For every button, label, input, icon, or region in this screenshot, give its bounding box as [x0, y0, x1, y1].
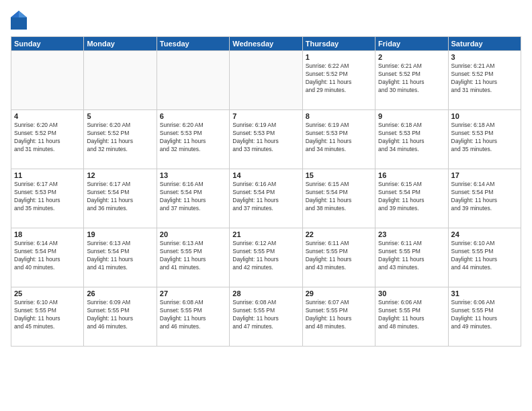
calendar-cell — [84, 51, 157, 110]
weekday-header-friday: Friday — [375, 37, 448, 51]
calendar-cell: 16Sunrise: 6:15 AM Sunset: 5:54 PM Dayli… — [375, 169, 448, 228]
day-info: Sunrise: 6:21 AM Sunset: 5:52 PM Dayligh… — [451, 62, 518, 95]
calendar-cell: 15Sunrise: 6:15 AM Sunset: 5:54 PM Dayli… — [302, 169, 375, 228]
day-number: 14 — [232, 171, 299, 179]
calendar-cell: 30Sunrise: 6:06 AM Sunset: 5:55 PM Dayli… — [375, 287, 448, 347]
day-info: Sunrise: 6:18 AM Sunset: 5:53 PM Dayligh… — [451, 122, 518, 154]
calendar-cell: 20Sunrise: 6:13 AM Sunset: 5:55 PM Dayli… — [157, 228, 229, 287]
day-number: 26 — [87, 289, 153, 298]
day-number: 16 — [378, 171, 445, 179]
day-number: 9 — [378, 112, 445, 120]
calendar-cell — [230, 51, 302, 110]
day-info: Sunrise: 6:19 AM Sunset: 5:53 PM Dayligh… — [306, 122, 372, 154]
day-number: 21 — [232, 230, 299, 238]
day-number: 22 — [306, 230, 372, 238]
weekday-header-tuesday: Tuesday — [157, 37, 229, 51]
weekday-header-thursday: Thursday — [302, 37, 375, 51]
weekday-header-wednesday: Wednesday — [230, 37, 302, 51]
day-number: 23 — [378, 230, 445, 238]
calendar-cell: 10Sunrise: 6:18 AM Sunset: 5:53 PM Dayli… — [448, 110, 521, 169]
day-number: 28 — [232, 289, 299, 298]
week-row-3: 11Sunrise: 6:17 AM Sunset: 5:53 PM Dayli… — [11, 169, 521, 228]
day-number: 2 — [378, 53, 445, 61]
day-info: Sunrise: 6:20 AM Sunset: 5:52 PM Dayligh… — [14, 122, 81, 154]
calendar-cell: 17Sunrise: 6:14 AM Sunset: 5:54 PM Dayli… — [448, 169, 521, 228]
day-info: Sunrise: 6:21 AM Sunset: 5:52 PM Dayligh… — [378, 62, 445, 95]
day-number: 13 — [160, 171, 226, 179]
day-number: 12 — [87, 171, 153, 179]
week-row-4: 18Sunrise: 6:14 AM Sunset: 5:54 PM Dayli… — [11, 228, 521, 287]
page: SundayMondayTuesdayWednesdayThursdayFrid… — [0, 0, 532, 411]
day-info: Sunrise: 6:20 AM Sunset: 5:52 PM Dayligh… — [87, 122, 153, 154]
calendar-cell: 27Sunrise: 6:08 AM Sunset: 5:55 PM Dayli… — [157, 287, 229, 347]
header — [11, 11, 521, 30]
calendar-cell — [157, 51, 229, 110]
day-number: 25 — [14, 289, 81, 298]
calendar-cell: 3Sunrise: 6:21 AM Sunset: 5:52 PM Daylig… — [448, 51, 521, 110]
calendar-cell: 8Sunrise: 6:19 AM Sunset: 5:53 PM Daylig… — [302, 110, 375, 169]
calendar-cell: 12Sunrise: 6:17 AM Sunset: 5:54 PM Dayli… — [84, 169, 157, 228]
calendar-cell: 29Sunrise: 6:07 AM Sunset: 5:55 PM Dayli… — [302, 287, 375, 347]
day-number: 19 — [87, 230, 153, 238]
day-info: Sunrise: 6:10 AM Sunset: 5:55 PM Dayligh… — [14, 299, 81, 331]
calendar-cell: 4Sunrise: 6:20 AM Sunset: 5:52 PM Daylig… — [11, 110, 84, 169]
calendar-cell: 26Sunrise: 6:09 AM Sunset: 5:55 PM Dayli… — [84, 287, 157, 347]
day-info: Sunrise: 6:06 AM Sunset: 5:55 PM Dayligh… — [451, 299, 518, 331]
calendar-cell: 24Sunrise: 6:10 AM Sunset: 5:55 PM Dayli… — [448, 228, 521, 287]
day-number: 10 — [451, 112, 518, 120]
day-info: Sunrise: 6:18 AM Sunset: 5:53 PM Dayligh… — [378, 122, 445, 154]
logo — [11, 11, 30, 30]
day-number: 18 — [14, 230, 81, 238]
day-number: 30 — [378, 289, 445, 298]
weekday-header-sunday: Sunday — [11, 37, 84, 51]
day-info: Sunrise: 6:11 AM Sunset: 5:55 PM Dayligh… — [306, 240, 372, 272]
day-number: 27 — [160, 289, 226, 298]
weekday-header-monday: Monday — [84, 37, 157, 51]
weekday-header-saturday: Saturday — [448, 37, 521, 51]
calendar-cell: 22Sunrise: 6:11 AM Sunset: 5:55 PM Dayli… — [302, 228, 375, 287]
calendar-cell: 14Sunrise: 6:16 AM Sunset: 5:54 PM Dayli… — [230, 169, 302, 228]
calendar-cell: 2Sunrise: 6:21 AM Sunset: 5:52 PM Daylig… — [375, 51, 448, 110]
day-info: Sunrise: 6:08 AM Sunset: 5:55 PM Dayligh… — [232, 299, 299, 331]
calendar-cell: 13Sunrise: 6:16 AM Sunset: 5:54 PM Dayli… — [157, 169, 229, 228]
week-row-1: 1Sunrise: 6:22 AM Sunset: 5:52 PM Daylig… — [11, 51, 521, 110]
week-row-2: 4Sunrise: 6:20 AM Sunset: 5:52 PM Daylig… — [11, 110, 521, 169]
day-info: Sunrise: 6:16 AM Sunset: 5:54 PM Dayligh… — [160, 181, 226, 213]
day-number: 17 — [451, 171, 518, 179]
day-info: Sunrise: 6:14 AM Sunset: 5:54 PM Dayligh… — [14, 240, 81, 272]
day-number: 5 — [87, 112, 153, 120]
day-info: Sunrise: 6:11 AM Sunset: 5:55 PM Dayligh… — [378, 240, 445, 272]
day-info: Sunrise: 6:13 AM Sunset: 5:55 PM Dayligh… — [160, 240, 226, 272]
calendar-cell: 6Sunrise: 6:20 AM Sunset: 5:53 PM Daylig… — [157, 110, 229, 169]
day-info: Sunrise: 6:17 AM Sunset: 5:54 PM Dayligh… — [87, 181, 153, 213]
day-info: Sunrise: 6:13 AM Sunset: 5:54 PM Dayligh… — [87, 240, 153, 272]
svg-marker-1 — [19, 11, 27, 17]
day-info: Sunrise: 6:14 AM Sunset: 5:54 PM Dayligh… — [451, 181, 518, 213]
calendar-cell: 11Sunrise: 6:17 AM Sunset: 5:53 PM Dayli… — [11, 169, 84, 228]
weekday-header-row: SundayMondayTuesdayWednesdayThursdayFrid… — [11, 37, 521, 51]
day-info: Sunrise: 6:15 AM Sunset: 5:54 PM Dayligh… — [306, 181, 372, 213]
day-number: 20 — [160, 230, 226, 238]
day-number: 6 — [160, 112, 226, 120]
day-info: Sunrise: 6:19 AM Sunset: 5:53 PM Dayligh… — [232, 122, 299, 154]
day-info: Sunrise: 6:12 AM Sunset: 5:55 PM Dayligh… — [232, 240, 299, 272]
day-info: Sunrise: 6:22 AM Sunset: 5:52 PM Dayligh… — [306, 62, 372, 95]
logo-icon — [11, 11, 27, 30]
day-number: 31 — [451, 289, 518, 298]
day-info: Sunrise: 6:17 AM Sunset: 5:53 PM Dayligh… — [14, 181, 81, 213]
day-info: Sunrise: 6:08 AM Sunset: 5:55 PM Dayligh… — [160, 299, 226, 331]
day-info: Sunrise: 6:20 AM Sunset: 5:53 PM Dayligh… — [160, 122, 226, 154]
calendar-cell — [11, 51, 84, 110]
svg-marker-2 — [11, 11, 19, 17]
calendar-cell: 5Sunrise: 6:20 AM Sunset: 5:52 PM Daylig… — [84, 110, 157, 169]
calendar-cell: 1Sunrise: 6:22 AM Sunset: 5:52 PM Daylig… — [302, 51, 375, 110]
calendar-cell: 31Sunrise: 6:06 AM Sunset: 5:55 PM Dayli… — [448, 287, 521, 347]
calendar-cell: 18Sunrise: 6:14 AM Sunset: 5:54 PM Dayli… — [11, 228, 84, 287]
day-number: 11 — [14, 171, 81, 179]
calendar: SundayMondayTuesdayWednesdayThursdayFrid… — [11, 36, 521, 347]
calendar-cell: 19Sunrise: 6:13 AM Sunset: 5:54 PM Dayli… — [84, 228, 157, 287]
day-info: Sunrise: 6:09 AM Sunset: 5:55 PM Dayligh… — [87, 299, 153, 331]
day-number: 15 — [306, 171, 372, 179]
calendar-cell: 25Sunrise: 6:10 AM Sunset: 5:55 PM Dayli… — [11, 287, 84, 347]
calendar-cell: 7Sunrise: 6:19 AM Sunset: 5:53 PM Daylig… — [230, 110, 302, 169]
